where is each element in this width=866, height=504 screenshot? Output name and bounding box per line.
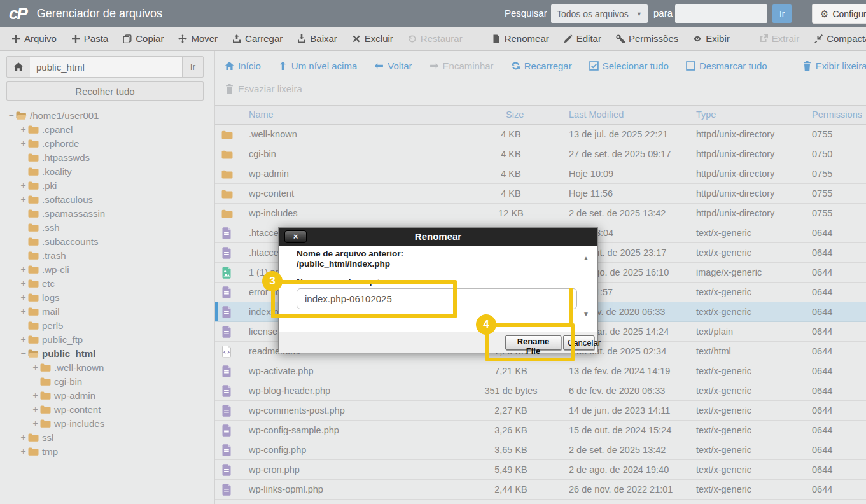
column-header-permissions[interactable]: Permissions [812, 106, 862, 124]
search-input[interactable] [675, 4, 767, 23]
tree-item-wp-content[interactable]: +wp-content [0, 402, 214, 416]
cancel-button[interactable]: Cancelar [563, 335, 594, 350]
tree-item-.trash[interactable]: .trash [0, 248, 214, 262]
doc-icon [221, 247, 232, 259]
file-type: text/x-generic [696, 361, 751, 381]
file-row-wp-blog-header.php[interactable]: wp-blog-header.php351 de bytes6 de fev. … [215, 381, 866, 401]
expand-icon[interactable]: + [18, 278, 28, 288]
rename-dialog-title: Renomear [279, 228, 597, 246]
toolbar-baixar[interactable]: Baixar [297, 33, 337, 44]
file-row-wp-activate.php[interactable]: wp-activate.php7,21 KB13 de fev. de 2024… [215, 361, 866, 381]
toolbar-renomear[interactable]: Renomear [492, 33, 549, 44]
file-type: httpd/unix-directory [696, 125, 774, 144]
search-scope-select[interactable]: Todos os arquivos ▼ [551, 4, 648, 23]
expand-icon[interactable]: + [18, 306, 28, 316]
tree-item-.cphorde[interactable]: +.cphorde [0, 136, 214, 150]
expand-icon[interactable]: + [31, 418, 40, 428]
file-row-wp-config.php[interactable]: wp-config.php3,65 KB2 de set. de 2025 13… [215, 440, 866, 460]
close-icon[interactable]: × [284, 230, 307, 243]
tree-item-etc[interactable]: +etc [0, 276, 214, 290]
toolbar-excluir[interactable]: Excluir [352, 33, 393, 44]
file-row-wp-includes[interactable]: wp-includes12 KB2 de set. de 2025 13:42h… [215, 204, 866, 223]
tree-item-home1user001[interactable]: −/home1/user001 [0, 108, 214, 122]
file-size: 2,27 KB [463, 401, 559, 421]
nav-inicio[interactable]: Início [225, 60, 261, 71]
nav-recarregar[interactable]: Recarregar [511, 60, 572, 71]
file-row-wp-links-opml.php[interactable]: wp-links-opml.php2,44 KB26 de nov. de 20… [215, 480, 866, 500]
toolbar-editar[interactable]: Editar [564, 33, 601, 44]
tree-item-cgi-bin[interactable]: cgi-bin [0, 374, 214, 388]
file-row-wp-comments-post.php[interactable]: wp-comments-post.php2,27 KB14 de jun. de… [215, 401, 866, 421]
tree-item-.cpanel[interactable]: +.cpanel [0, 122, 214, 136]
expand-icon[interactable]: + [18, 180, 28, 190]
nav-desmarcar-tudo[interactable]: Desmarcar tudo [686, 60, 767, 71]
tree-item-.softaculous[interactable]: +.softaculous [0, 192, 214, 206]
file-row-wp-config-sample.php[interactable]: wp-config-sample.php3,26 KB15 de out. de… [215, 421, 866, 440]
rename-file-button[interactable]: Rename File [505, 335, 561, 350]
toolbar-permissoes[interactable]: Permissões [616, 33, 678, 44]
expand-icon[interactable]: + [31, 404, 40, 414]
collapse-all-button[interactable]: Recolher tudo [6, 81, 204, 101]
nav-voltar[interactable]: Voltar [374, 60, 412, 71]
toolbar-mover[interactable]: Mover [178, 33, 218, 44]
tree-item-perl5[interactable]: perl5 [0, 318, 214, 332]
scroll-up-icon[interactable]: ▲ [581, 255, 591, 262]
nav-exibir-lixeira[interactable]: Exibir lixeira [802, 60, 866, 71]
tree-item-.pki[interactable]: +.pki [0, 178, 214, 192]
collapse-icon[interactable]: − [6, 110, 16, 120]
collapse-icon[interactable]: − [18, 348, 28, 358]
nav-selecionar-tudo[interactable]: Selecionar tudo [589, 60, 669, 71]
tree-item-.koality[interactable]: .koality [0, 164, 214, 178]
toolbar-compactar[interactable]: Compactar [814, 33, 866, 44]
file-row-wp-content[interactable]: wp-content4 KBHoje 11:56httpd/unix-direc… [215, 184, 866, 204]
expand-icon[interactable]: + [18, 124, 28, 134]
column-header-name[interactable]: Name [249, 106, 274, 124]
column-header-type[interactable]: Type [696, 106, 716, 124]
file-row-cgi-bin[interactable]: cgi-bin4 KB27 de set. de 2025 09:17httpd… [215, 144, 866, 164]
file-row-.well-known[interactable]: .well-known4 KB13 de jul. de 2025 22:21h… [215, 125, 866, 144]
toolbar-pasta[interactable]: Pasta [71, 33, 108, 44]
tree-item-public_ftp[interactable]: +public_ftp [0, 332, 214, 346]
new-name-input[interactable] [297, 288, 577, 309]
toolbar-carregar[interactable]: Carregar [232, 33, 283, 44]
tree-item-logs[interactable]: +logs [0, 290, 214, 304]
path-input[interactable] [30, 56, 183, 78]
file-permissions: 0755 [812, 164, 832, 184]
expand-icon[interactable]: + [18, 334, 28, 344]
expand-icon[interactable]: + [31, 362, 40, 372]
expand-icon[interactable]: + [18, 138, 28, 148]
column-header-size[interactable]: Size [506, 106, 524, 124]
tree-item-.ssh[interactable]: .ssh [0, 220, 214, 234]
expand-icon[interactable]: + [18, 194, 28, 204]
file-row-wp-cron.php[interactable]: wp-cron.php5,49 KB2 de ago. de 2024 19:4… [215, 460, 866, 480]
tree-item-.htpasswds[interactable]: .htpasswds [0, 150, 214, 164]
expand-icon[interactable]: + [18, 292, 28, 302]
settings-button[interactable]: ⚙ Configurações [812, 4, 866, 24]
search-go-button[interactable]: Ir [772, 4, 792, 23]
tree-item-.well-known[interactable]: +.well-known [0, 360, 214, 374]
tree-item-wp-includes[interactable]: +wp-includes [0, 416, 214, 430]
scroll-down-icon[interactable]: ▼ [581, 311, 591, 318]
path-go-button[interactable]: Ir [182, 56, 204, 78]
column-header-last-modified[interactable]: Last Modified [569, 106, 624, 124]
home-path-button[interactable] [6, 56, 31, 78]
expand-icon[interactable]: + [18, 432, 28, 442]
tree-item-.wp-cli[interactable]: +.wp-cli [0, 262, 214, 276]
expand-icon[interactable]: + [18, 264, 28, 274]
file-name: wp-config-sample.php [249, 421, 339, 440]
expand-icon[interactable]: + [31, 390, 40, 400]
search-connector-label: para [653, 0, 673, 27]
tree-item-ssl[interactable]: +ssl [0, 430, 214, 444]
tree-item-tmp[interactable]: +tmp [0, 444, 214, 458]
nav-um-nivel-acima[interactable]: Um nível acima [278, 60, 357, 71]
tree-item-.spamassassin[interactable]: .spamassassin [0, 206, 214, 220]
toolbar-copiar[interactable]: Copiar [123, 33, 164, 44]
tree-item-wp-admin[interactable]: +wp-admin [0, 388, 214, 402]
tree-item-mail[interactable]: +mail [0, 304, 214, 318]
file-row-wp-admin[interactable]: wp-admin4 KBHoje 10:09httpd/unix-directo… [215, 164, 866, 184]
tree-item-.subaccounts[interactable]: .subaccounts [0, 234, 214, 248]
tree-item-public_html[interactable]: −public_html [0, 346, 214, 360]
toolbar-arquivo[interactable]: Arquivo [11, 33, 57, 44]
toolbar-exibir[interactable]: Exibir [693, 33, 730, 44]
expand-icon[interactable]: + [18, 446, 28, 456]
